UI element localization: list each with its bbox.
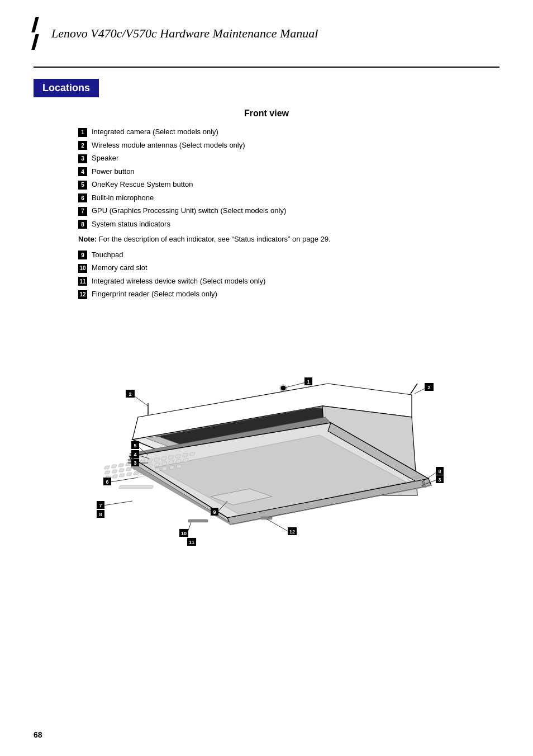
svg-rect-58 — [422, 482, 425, 484]
svg-rect-16 — [118, 464, 124, 467]
svg-text:4: 4 — [134, 452, 136, 457]
item-text-3: Speaker — [92, 153, 118, 164]
list-item: 4 Power button — [78, 166, 499, 177]
locations-title: Locations — [34, 79, 99, 97]
svg-text:3: 3 — [134, 460, 136, 466]
svg-line-76 — [415, 388, 426, 394]
svg-text:8: 8 — [99, 512, 102, 517]
badge-6: 6 — [78, 193, 87, 202]
svg-rect-50 — [119, 485, 154, 489]
badge-9: 9 — [78, 251, 87, 259]
svg-line-91 — [103, 501, 132, 505]
laptop-diagram: lenovo — [65, 305, 468, 574]
header: Lenovo V470c/V570c Hardware Maintenance … — [34, 17, 499, 50]
badge-8: 8 — [78, 220, 87, 229]
item-text-6: Built-in microphone — [92, 192, 154, 204]
svg-line-61 — [411, 384, 417, 394]
item-text-7: GPU (Graphics Processing Unit) switch (S… — [92, 205, 286, 216]
item-text-9: Touchpad — [92, 249, 123, 261]
logo — [34, 17, 42, 50]
svg-line-73 — [283, 382, 306, 388]
badge-10: 10 — [78, 264, 87, 273]
svg-text:11: 11 — [189, 540, 194, 545]
list-item: 12 Fingerprint reader (Select models onl… — [78, 289, 499, 300]
page: Lenovo V470c/V570c Hardware Maintenance … — [0, 0, 533, 756]
svg-rect-42 — [126, 472, 132, 476]
items-list-1: 1 Integrated camera (Select models only)… — [78, 126, 499, 229]
item-text-12: Fingerprint reader (Select models only) — [92, 289, 217, 300]
logo-bar-1 — [31, 17, 39, 32]
item-text-8: System status indicators — [92, 219, 170, 230]
item-text-2: Wireless module antennas (Select models … — [92, 140, 245, 151]
logo-bar-2 — [31, 34, 39, 50]
list-item: 11 Integrated wireless device switch (Se… — [78, 276, 499, 287]
badge-12: 12 — [78, 290, 87, 299]
item-text-1: Integrated camera (Select models only) — [92, 126, 218, 138]
list-item: 3 Speaker — [78, 153, 499, 164]
svg-line-6 — [328, 384, 412, 395]
list-item: 6 Built-in microphone — [78, 192, 499, 204]
items-list-2: 9 Touchpad 10 Memory card slot 11 Integr… — [78, 249, 499, 300]
section-divider — [34, 67, 499, 68]
item-text-10: Memory card slot — [92, 262, 147, 273]
note-row: Note: For the description of each indica… — [78, 234, 499, 245]
page-number: 68 — [34, 730, 42, 739]
item-text-4: Power button — [92, 166, 135, 177]
badge-11: 11 — [78, 277, 87, 286]
svg-text:1: 1 — [307, 379, 310, 385]
svg-text:3: 3 — [438, 477, 441, 483]
badge-7: 7 — [78, 207, 87, 216]
svg-rect-27 — [104, 471, 110, 474]
svg-text:10: 10 — [181, 531, 187, 536]
svg-line-4 — [132, 417, 138, 440]
list-item: 5 OneKey Rescue System button — [78, 179, 499, 190]
list-item: 1 Integrated camera (Select models only) — [78, 126, 499, 138]
badge-3: 3 — [78, 154, 87, 163]
svg-rect-30 — [126, 467, 131, 471]
svg-rect-62 — [188, 519, 208, 522]
svg-rect-29 — [119, 469, 125, 472]
svg-rect-28 — [112, 470, 117, 473]
note-label: Note: — [78, 235, 97, 243]
logo-bars — [34, 17, 37, 50]
list-item: 7 GPU (Graphics Processing Unit) switch … — [78, 205, 499, 216]
svg-text:2: 2 — [427, 385, 430, 390]
svg-text:2: 2 — [129, 391, 131, 397]
svg-text:7: 7 — [99, 503, 102, 508]
svg-text:6: 6 — [106, 479, 108, 485]
note-text: For the description of each indicator, s… — [97, 235, 330, 243]
svg-text:12: 12 — [289, 529, 295, 535]
item-text-5: OneKey Rescue System button — [92, 179, 193, 190]
svg-rect-41 — [119, 474, 125, 477]
svg-text:8: 8 — [438, 469, 441, 474]
list-item: 9 Touchpad — [78, 249, 499, 261]
diagram-container: lenovo — [34, 305, 499, 574]
badge-5: 5 — [78, 181, 87, 190]
svg-rect-40 — [112, 475, 118, 478]
locations-header: Locations — [34, 79, 499, 108]
svg-rect-14 — [104, 466, 110, 469]
list-item: 2 Wireless module antennas (Select model… — [78, 140, 499, 151]
svg-line-110 — [266, 519, 289, 532]
svg-text:9: 9 — [213, 509, 216, 515]
front-view-title: Front view — [34, 108, 499, 119]
svg-line-70 — [132, 395, 148, 406]
list-item: 8 System status indicators — [78, 219, 499, 230]
badge-2: 2 — [78, 141, 87, 150]
list-item: 10 Memory card slot — [78, 262, 499, 273]
badge-1: 1 — [78, 128, 87, 137]
svg-rect-15 — [111, 465, 117, 468]
svg-line-88 — [110, 478, 138, 482]
badge-4: 4 — [78, 167, 87, 176]
item-text-11: Integrated wireless device switch (Selec… — [92, 276, 265, 287]
svg-text:5: 5 — [134, 443, 136, 448]
header-title: Lenovo V470c/V570c Hardware Maintenance … — [51, 26, 318, 41]
